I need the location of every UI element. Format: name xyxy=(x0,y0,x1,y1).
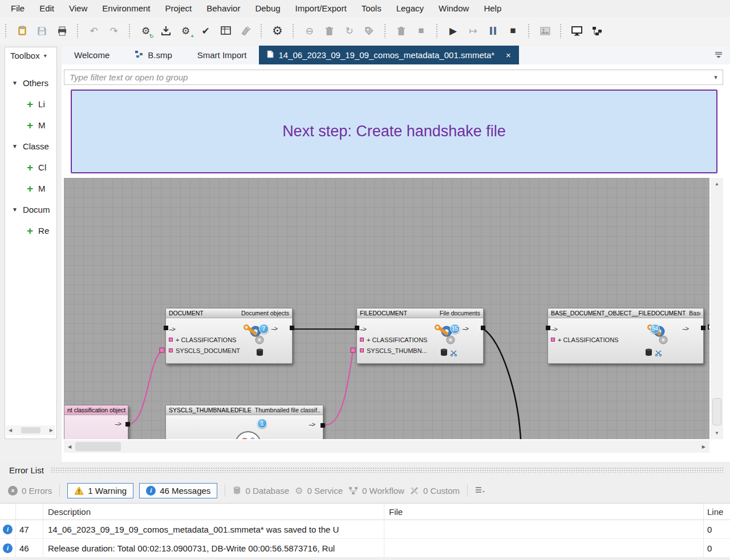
description-column-header[interactable]: Description xyxy=(43,504,384,520)
workflow-filter-button[interactable]: 0 Workflow xyxy=(348,486,404,496)
step-over-icon[interactable]: ↦ xyxy=(467,25,480,38)
classification-pin-icon[interactable] xyxy=(551,338,555,342)
combobox-chevron-icon[interactable]: ▾ xyxy=(709,74,723,81)
line-column-header[interactable]: Line xyxy=(704,504,730,520)
menu-debug[interactable]: Debug xyxy=(248,0,287,17)
table-row[interactable]: i 47 14_06_2023_09_19_09_comos_metadata_… xyxy=(0,520,730,539)
classification-pin-icon[interactable] xyxy=(169,348,173,352)
node-document[interactable]: DOCUMENT Document objects --> + CLASSIFI… xyxy=(165,308,293,364)
tree-item[interactable]: +Cl xyxy=(5,157,56,178)
toolbar-drag-handle[interactable] xyxy=(436,23,439,38)
terminal-connector[interactable] xyxy=(708,324,709,330)
scroll-left-icon[interactable]: ◀ xyxy=(9,428,12,433)
paste-icon[interactable] xyxy=(15,25,29,38)
toolbox-panel-header[interactable]: Toolbox ▾ xyxy=(5,47,56,63)
scroll-up-icon[interactable]: ▲ xyxy=(711,181,723,186)
menu-project[interactable]: Project xyxy=(158,0,200,17)
input-port[interactable] xyxy=(355,326,359,330)
toolbar-drag-handle[interactable] xyxy=(292,23,295,38)
toolbar-drag-handle[interactable] xyxy=(559,23,562,38)
tree-group-classes[interactable]: ▼Classe xyxy=(5,136,56,157)
menu-file[interactable]: File xyxy=(3,0,32,17)
close-tab-icon[interactable]: × xyxy=(506,50,511,60)
output-port[interactable] xyxy=(481,326,485,330)
tab-smmeta-active[interactable]: 14_06_2023_09_19_09_comos_metadata_001.s… xyxy=(259,46,518,64)
tree-item[interactable]: +M xyxy=(5,115,56,136)
tree-item[interactable]: +Re xyxy=(5,220,56,241)
scroll-right-icon[interactable]: ▶ xyxy=(702,444,705,449)
output-port[interactable] xyxy=(321,423,325,428)
gear-add-icon[interactable]: ⚙+ xyxy=(179,25,192,38)
settings-gear-icon[interactable]: ⚙ xyxy=(271,25,284,38)
import-download-icon[interactable] xyxy=(159,25,172,38)
menu-help[interactable]: Help xyxy=(476,0,509,17)
tab-bsmp[interactable]: B.smp xyxy=(122,46,185,64)
menu-tools[interactable]: Tools xyxy=(354,0,389,17)
tree-group-others[interactable]: ▼Others xyxy=(5,72,56,94)
expander-icon[interactable]: ▼ xyxy=(12,80,18,86)
stop-square-icon-2[interactable]: ■ xyxy=(506,25,520,38)
tree-item[interactable]: +Li xyxy=(5,94,56,115)
sync-gears-icon[interactable]: ⚙↻ xyxy=(139,25,152,38)
trash-icon[interactable] xyxy=(323,25,336,38)
input-port[interactable] xyxy=(164,326,168,330)
undo-icon[interactable]: ↶ xyxy=(87,25,100,38)
pause-icon[interactable] xyxy=(486,25,500,38)
menu-import-export[interactable]: Import/Export xyxy=(288,0,354,17)
table-row[interactable]: i 46 Release duration: Total 00:02:13.09… xyxy=(0,539,730,558)
scroll-right-icon[interactable]: ▶ xyxy=(50,428,53,433)
toolbox-horizontal-scrollbar[interactable]: ◀ ▶ xyxy=(6,425,55,435)
print-icon[interactable] xyxy=(55,25,68,38)
menu-behavior[interactable]: Behavior xyxy=(199,0,248,17)
node-syscls-thumbnailedfile[interactable]: SYSCLS_THUMBNAILEDFILE Thumbnailed file … xyxy=(165,405,323,439)
menu-environment[interactable]: Environment xyxy=(95,0,157,17)
validate-check-icon[interactable]: ✔ xyxy=(199,25,212,38)
toolbar-drag-handle[interactable] xyxy=(76,23,79,38)
menu-edit[interactable]: Edit xyxy=(32,0,62,17)
scrollbar-thumb[interactable] xyxy=(75,442,121,451)
classification-pin-icon[interactable] xyxy=(360,338,364,342)
detach-tag-icon[interactable] xyxy=(363,25,376,38)
messages-filter-button[interactable]: i 46 Messages xyxy=(139,483,217,498)
toolbar-drag-handle[interactable] xyxy=(528,23,530,38)
disable-circle-icon[interactable]: ⊖ xyxy=(303,25,316,38)
filter-input[interactable] xyxy=(64,70,709,84)
redo-icon[interactable]: ↷ xyxy=(107,25,120,38)
refresh-icon[interactable]: ↻ xyxy=(343,25,356,38)
tree-item[interactable]: +M xyxy=(5,178,56,199)
tab-smart-import[interactable]: Smart Import xyxy=(185,46,259,64)
file-column-header[interactable]: File xyxy=(384,504,704,520)
toolbar-drag-handle[interactable] xyxy=(128,23,131,38)
classification-pin-icon[interactable] xyxy=(360,348,364,352)
number-column-header[interactable] xyxy=(16,504,43,520)
custom-filter-button[interactable]: 0 Custom xyxy=(410,486,460,496)
service-filter-button[interactable]: ⚙ 0 Service xyxy=(295,485,343,496)
expander-icon[interactable]: ▼ xyxy=(12,206,18,213)
screenshot-image-icon[interactable] xyxy=(538,25,551,38)
output-port[interactable] xyxy=(290,326,294,330)
panel-drag-texture[interactable] xyxy=(51,467,723,473)
scroll-down-icon[interactable]: ▼ xyxy=(711,431,723,436)
menu-legacy[interactable]: Legacy xyxy=(389,0,431,17)
save-icon[interactable] xyxy=(35,25,48,38)
scrollbar-thumb[interactable] xyxy=(712,398,721,425)
expand-messages-icon[interactable] xyxy=(475,486,485,494)
scroll-left-icon[interactable]: ◀ xyxy=(68,444,71,449)
mapping-grid-icon[interactable] xyxy=(219,25,232,38)
expander-icon[interactable]: ▼ xyxy=(12,143,18,149)
menu-window[interactable]: Window xyxy=(431,0,476,17)
toolbar-drag-handle[interactable] xyxy=(5,23,7,38)
tab-welcome[interactable]: Welcome xyxy=(62,46,122,64)
toolbar-drag-handle[interactable] xyxy=(260,23,263,38)
mapping-canvas[interactable]: DOCUMENT Document objects --> + CLASSIFI… xyxy=(64,178,709,439)
trash-icon-2[interactable] xyxy=(395,25,408,38)
classification-pin-icon[interactable] xyxy=(169,338,173,342)
toolbar-drag-handle[interactable] xyxy=(384,23,387,38)
run-play-icon[interactable]: ▶ xyxy=(447,25,460,38)
scrollbar-thumb[interactable] xyxy=(21,427,40,433)
node-base-document-object-filedocument[interactable]: BASE_DOCUMENT_OBJECT__FILEDOCUMENT Base.… xyxy=(548,308,704,364)
output-port[interactable] xyxy=(701,326,705,330)
errors-filter-button[interactable]: × 0 Errors xyxy=(8,486,52,496)
tab-list-dropdown-icon[interactable] xyxy=(714,51,723,61)
severity-column-header[interactable] xyxy=(0,504,16,520)
